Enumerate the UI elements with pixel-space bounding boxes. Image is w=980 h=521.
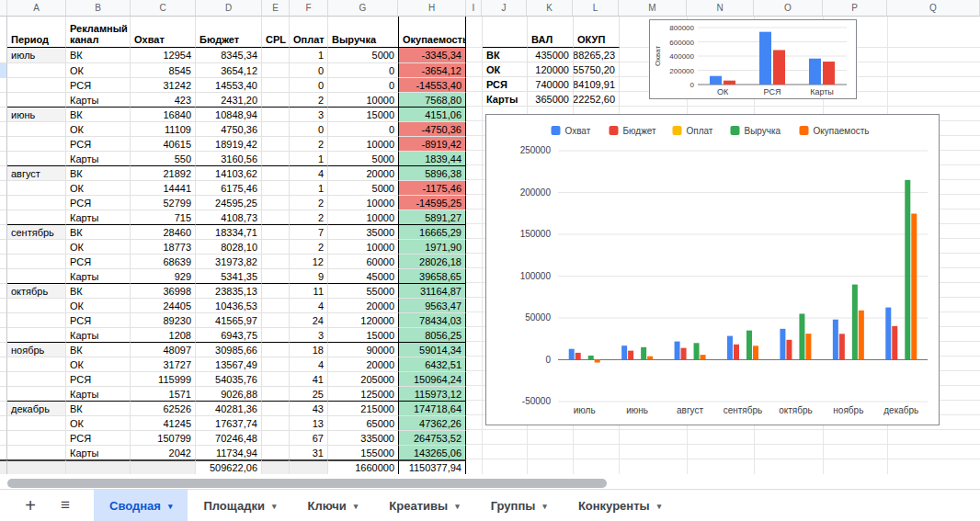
period-cell[interactable]: сентябрь — [7, 224, 66, 239]
table-cell[interactable]: 35000 — [328, 224, 398, 239]
tab-dropdown-icon[interactable]: ▾ — [657, 502, 662, 511]
table-cell[interactable]: 10000 — [328, 239, 398, 254]
row-header-stub[interactable] — [0, 107, 7, 121]
reach-by-channel-chart[interactable]: 0200000400000600000800000ОКРСЯКартыОхват — [649, 19, 857, 99]
row-header-stub[interactable] — [0, 415, 7, 430]
table-cell[interactable]: 89230 — [131, 312, 196, 327]
table-cell[interactable]: 929 — [131, 268, 196, 283]
table-cell[interactable]: 28460 — [131, 224, 196, 239]
table-cell[interactable]: 10000 — [328, 210, 398, 224]
table-cell[interactable]: 36998 — [131, 283, 196, 298]
payback-cell[interactable]: 6432,51 — [398, 357, 466, 371]
column-header[interactable]: Q — [887, 0, 980, 17]
row-header-stub[interactable] — [0, 239, 7, 254]
column-header[interactable]: C — [131, 0, 196, 17]
table-cell[interactable]: 120000 — [328, 312, 398, 327]
table-cell[interactable]: 55000 — [328, 283, 398, 298]
column-header[interactable]: O — [754, 0, 823, 17]
summary-val-cell[interactable]: 740000 — [528, 77, 574, 92]
table-cell[interactable]: 715 — [131, 210, 196, 224]
period-cell[interactable]: декабрь — [7, 401, 66, 415]
table-cell[interactable] — [262, 210, 290, 224]
table-cell[interactable]: 1 — [290, 151, 328, 165]
table-cell[interactable]: 62526 — [131, 401, 196, 415]
table-cell[interactable] — [262, 224, 290, 239]
channel-cell[interactable]: ВК — [66, 224, 131, 239]
period-cell[interactable] — [7, 357, 66, 371]
column-header[interactable]: L — [573, 0, 619, 17]
channel-cell[interactable]: ВК — [66, 48, 131, 62]
row-header-stub[interactable] — [0, 151, 7, 165]
row-header-stub[interactable] — [0, 445, 7, 459]
channel-cell[interactable]: РСЯ — [66, 77, 131, 92]
table-cell[interactable]: 15000 — [328, 107, 398, 121]
table-cell[interactable]: 2042 — [131, 445, 196, 459]
period-cell[interactable] — [7, 445, 66, 459]
table-cell[interactable] — [262, 121, 290, 136]
payback-cell[interactable]: -14553,40 — [398, 77, 466, 92]
table-cell[interactable]: 0 — [328, 62, 398, 77]
table-cell[interactable]: 10848,94 — [196, 107, 262, 121]
channel-cell[interactable]: ОК — [66, 357, 131, 371]
table-cell[interactable]: 423 — [131, 92, 196, 107]
table-cell[interactable]: 52799 — [131, 195, 196, 210]
row-header-stub[interactable] — [0, 210, 7, 224]
tab-dropdown-icon[interactable]: ▾ — [168, 502, 173, 511]
column-header[interactable]: P — [823, 0, 887, 17]
table-cell[interactable]: 509622,06 — [196, 459, 262, 474]
table-cell[interactable]: 4750,36 — [196, 121, 262, 136]
table-cell[interactable]: 17637,74 — [196, 415, 262, 430]
payback-cell[interactable]: 264753,52 — [398, 430, 466, 445]
summary-val-cell[interactable]: 365000 — [528, 92, 574, 107]
row-header-stub[interactable] — [0, 357, 7, 371]
column-header[interactable]: D — [196, 0, 262, 17]
table-cell[interactable] — [262, 77, 290, 92]
column-title[interactable]: CPL — [262, 17, 290, 48]
table-cell[interactable] — [262, 312, 290, 327]
period-cell[interactable] — [7, 312, 66, 327]
table-cell[interactable] — [262, 342, 290, 357]
table-cell[interactable]: 10436,53 — [196, 298, 262, 312]
table-cell[interactable] — [262, 283, 290, 298]
channel-cell[interactable]: ВК — [66, 283, 131, 298]
column-header[interactable]: B — [66, 0, 131, 17]
monthly-metrics-chart[interactable]: -50000050000100000150000200000250000июль… — [485, 114, 940, 425]
channel-cell[interactable]: РСЯ — [66, 195, 131, 210]
period-cell[interactable] — [7, 386, 66, 401]
column-title[interactable]: Выручка — [328, 17, 398, 48]
payback-cell[interactable]: 1971,90 — [398, 239, 466, 254]
table-cell[interactable]: 40615 — [131, 136, 196, 151]
tab-dropdown-icon[interactable]: ▾ — [542, 502, 547, 511]
period-cell[interactable]: август — [7, 165, 66, 180]
channel-cell[interactable]: РСЯ — [66, 136, 131, 151]
column-header[interactable]: J — [482, 0, 527, 17]
payback-cell[interactable]: 150964,24 — [398, 371, 466, 386]
table-cell[interactable]: 3 — [290, 327, 328, 342]
payback-cell[interactable]: 7568,80 — [398, 92, 466, 107]
table-cell[interactable] — [262, 180, 290, 195]
column-header[interactable]: F — [290, 0, 328, 17]
payback-cell[interactable]: 78434,03 — [398, 312, 466, 327]
table-cell[interactable] — [262, 268, 290, 283]
table-cell[interactable] — [66, 459, 131, 474]
column-header[interactable]: I — [466, 0, 482, 17]
corner-cell[interactable] — [0, 0, 7, 17]
period-cell[interactable] — [7, 136, 66, 151]
table-cell[interactable]: 18773 — [131, 239, 196, 254]
period-cell[interactable] — [7, 327, 66, 342]
table-cell[interactable]: 20000 — [328, 298, 398, 312]
table-cell[interactable] — [262, 298, 290, 312]
period-cell[interactable]: ноябрь — [7, 342, 66, 357]
table-cell[interactable]: 0 — [328, 77, 398, 92]
summary-okup-cell[interactable]: 288265,23 — [574, 48, 620, 62]
table-cell[interactable]: 30985,66 — [196, 342, 262, 357]
table-cell[interactable]: 21892 — [131, 165, 196, 180]
table-cell[interactable]: 2 — [290, 136, 328, 151]
row-header-stub[interactable] — [0, 254, 7, 268]
period-cell[interactable] — [7, 195, 66, 210]
table-cell[interactable]: 45000 — [328, 268, 398, 283]
column-header[interactable]: K — [527, 0, 573, 17]
summary-column-title[interactable]: ВАЛ — [528, 17, 574, 48]
table-cell[interactable]: 2 — [290, 195, 328, 210]
table-cell[interactable]: 2 — [290, 239, 328, 254]
